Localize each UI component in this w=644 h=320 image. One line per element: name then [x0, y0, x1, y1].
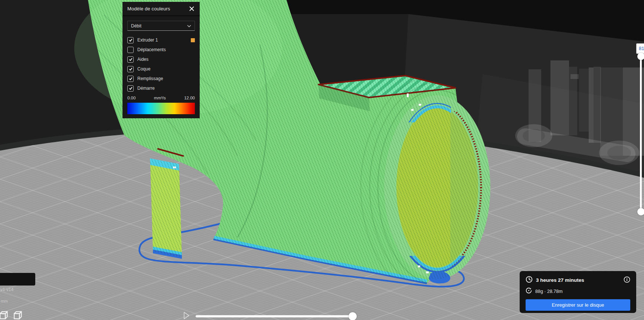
legend-row-extruder1: Extruder 1	[127, 35, 195, 45]
shell-label: Coque	[137, 66, 150, 72]
legend-row-helpers: Aides	[127, 55, 195, 64]
scale-unit: mm³/s	[154, 96, 166, 100]
extruder1-checkbox[interactable]	[127, 37, 134, 43]
infill-checkbox[interactable]	[127, 76, 134, 82]
helpers-checkbox[interactable]	[127, 56, 134, 63]
simulation-slider-handle[interactable]	[349, 312, 357, 320]
legend-row-shell: Coque	[127, 64, 195, 74]
chevron-down-icon	[187, 23, 191, 29]
travels-checkbox[interactable]	[127, 47, 134, 53]
legend-row-infill: Remplissage	[127, 74, 195, 83]
print-summary-panel: 3 heures 27 minutes 88g · 28.78m Enregis…	[520, 271, 636, 313]
spool-icon	[526, 287, 532, 295]
close-icon[interactable]	[188, 5, 195, 12]
layer-slider-lower-handle[interactable]	[637, 208, 644, 215]
flow-gradient-bar	[127, 103, 195, 114]
shell-checkbox[interactable]	[127, 66, 134, 72]
starts-checkbox[interactable]	[127, 85, 134, 92]
bottom-left-tooltip	[0, 273, 35, 286]
color-scheme-panel: Modèle de couleurs Débit Extruder 1	[122, 2, 200, 118]
clock-icon	[526, 276, 533, 284]
infill-label: Remplissage	[137, 76, 163, 81]
save-to-disk-button[interactable]: Enregistrer sur le disque	[526, 299, 630, 311]
scale-min: 0.00	[127, 96, 135, 100]
legend-row-starts: Démarre	[127, 83, 195, 93]
extruder1-color-swatch	[191, 38, 195, 42]
current-layer-indicator[interactable]: 81	[636, 43, 644, 54]
flow-scale-labels: 0.00 mm³/s 12.00	[127, 96, 195, 100]
color-scheme-dropdown[interactable]: Débit	[127, 21, 195, 31]
simulation-slider-track[interactable]	[196, 315, 353, 317]
starts-label: Démarre	[137, 86, 155, 91]
layer-slider-track[interactable]	[640, 56, 642, 208]
travels-label: Déplacements	[137, 47, 166, 52]
play-icon[interactable]	[183, 311, 191, 320]
model-name-text: v1 v14	[0, 287, 13, 292]
print-duration: 3 heures 27 minutes	[536, 277, 584, 283]
layer-slider-upper-handle[interactable]	[637, 53, 644, 60]
material-usage: 88g · 28.78m	[535, 289, 563, 294]
legend-row-travels: Déplacements	[127, 45, 195, 55]
info-icon[interactable]	[624, 276, 630, 284]
scale-max: 12.00	[184, 96, 195, 100]
cura-preview-window: Modèle de couleurs Débit Extruder 1	[0, 0, 644, 320]
dropdown-value: Débit	[131, 23, 141, 29]
cube-view-icon[interactable]	[0, 310, 10, 320]
helpers-label: Aides	[137, 57, 148, 62]
unit-label: mm	[1, 299, 8, 303]
cube-view-icon-2[interactable]	[12, 310, 24, 320]
panel-title: Modèle de couleurs	[127, 6, 170, 11]
extruder1-label: Extruder 1	[137, 37, 158, 43]
